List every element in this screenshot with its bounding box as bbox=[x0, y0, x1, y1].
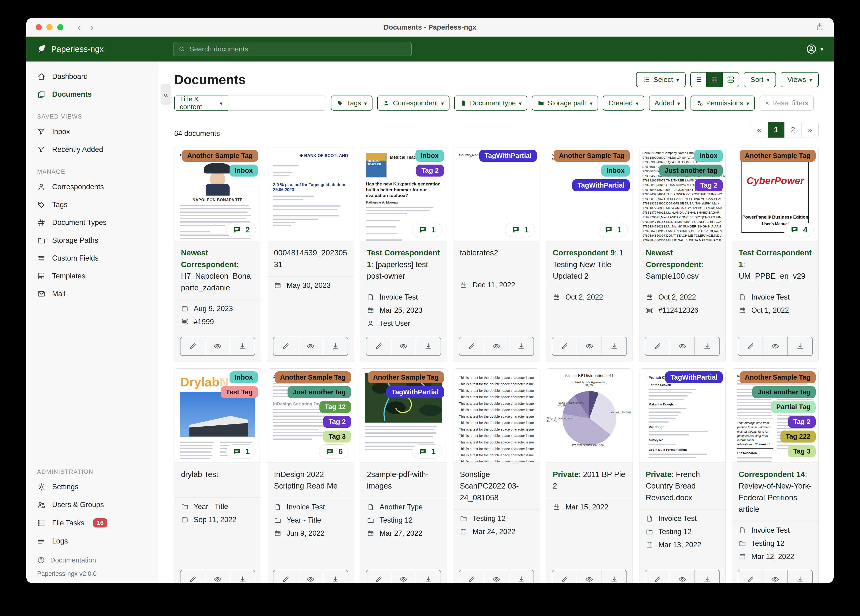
edit-document-button[interactable] bbox=[273, 570, 298, 583]
document-card[interactable]: Serial Number,Company Name,Employe978818… bbox=[639, 147, 726, 362]
tag-pill[interactable]: Tag 2 bbox=[416, 165, 444, 176]
tag-pill[interactable]: TagWithPartial bbox=[386, 386, 444, 398]
sidebar-item-settings[interactable]: Settings bbox=[26, 478, 159, 496]
document-title[interactable]: Newest Correspondent: H7_Napoleon_Bonapa… bbox=[174, 241, 261, 300]
document-card[interactable]: This is a test for the double space char… bbox=[453, 368, 540, 583]
document-card[interactable]: one,1.0five,5.0Another Sample TagInboxTa… bbox=[546, 147, 633, 362]
sidebar-item-correspondents[interactable]: Correspondents bbox=[26, 178, 159, 196]
view-document-button[interactable] bbox=[298, 570, 323, 583]
edit-document-button[interactable] bbox=[738, 337, 763, 355]
tag-pill[interactable]: Just another tag bbox=[752, 386, 816, 398]
document-thumbnail[interactable]: Country,Region/State,"TagWithPartial1 bbox=[453, 147, 540, 241]
filter-storage-path-button[interactable]: Storage path bbox=[532, 96, 598, 111]
tag-pill[interactable]: Tag 12 bbox=[319, 401, 351, 413]
sidebar-item-logs[interactable]: Logs bbox=[26, 532, 159, 550]
document-card[interactable]: MEDICALTEACHERMedical TeacherHas the new… bbox=[360, 147, 447, 362]
sidebar-item-dashboard[interactable]: Dashboard bbox=[26, 68, 159, 85]
document-thumbnail[interactable]: Review of"The average time from petition… bbox=[732, 369, 818, 462]
document-title[interactable]: Test Correspondent 1: [paperless] test p… bbox=[360, 241, 447, 288]
edit-document-button[interactable] bbox=[273, 337, 298, 355]
comment-count-pill[interactable]: 2 bbox=[226, 223, 256, 237]
download-document-button[interactable] bbox=[230, 570, 255, 583]
document-thumbnail[interactable]: ❖ BANK OF SCOTLAND2,0 % p. a. auf Ihr Ta… bbox=[267, 147, 354, 241]
tag-pill[interactable]: Tag 2 bbox=[323, 416, 351, 428]
tag-pill[interactable]: Tag 2 bbox=[788, 416, 816, 428]
download-document-button[interactable] bbox=[509, 570, 534, 583]
download-document-button[interactable] bbox=[602, 337, 626, 355]
tag-pill[interactable]: Test Tag bbox=[221, 386, 258, 398]
select-button[interactable]: Select bbox=[636, 72, 686, 87]
sidebar-item-templates[interactable]: Templates bbox=[26, 267, 159, 285]
tag-pill[interactable]: Just another tag bbox=[659, 165, 723, 176]
comment-count-pill[interactable]: 1 bbox=[226, 445, 256, 459]
document-title[interactable]: 2sample-pdf-with-images bbox=[360, 462, 447, 498]
document-title[interactable]: Private: French Country Bread Revised.do… bbox=[639, 462, 725, 510]
tag-pill[interactable]: Tag 2 bbox=[695, 179, 723, 191]
pagination-page-1[interactable]: 1 bbox=[768, 122, 785, 138]
sidebar-item-tags[interactable]: Tags bbox=[26, 196, 159, 214]
views-button[interactable]: Views bbox=[781, 72, 819, 87]
edit-document-button[interactable] bbox=[552, 570, 577, 583]
document-thumbnail[interactable]: one,1.0five,5.0Another Sample TagInboxTa… bbox=[546, 147, 632, 241]
view-document-button[interactable] bbox=[577, 337, 602, 355]
comment-count-pill[interactable]: 1 bbox=[412, 223, 442, 237]
document-title[interactable]: drylab Test bbox=[174, 462, 261, 498]
document-card[interactable]: DrylabNInboxTest Tag1drylab TestYear - T… bbox=[174, 368, 261, 583]
view-document-button[interactable] bbox=[391, 570, 416, 583]
filter-text-input[interactable] bbox=[228, 96, 326, 111]
view-grid-button[interactable] bbox=[707, 72, 723, 86]
document-title[interactable]: Sonstige ScanPC2022 03-24_081058 bbox=[453, 462, 540, 510]
document-card[interactable]: Patient BP Distribution 2011Isolated Sys… bbox=[546, 368, 633, 583]
document-title[interactable]: 0004814539_20230531 bbox=[267, 241, 354, 277]
document-title[interactable]: Private: 2011 BP Pie 2 bbox=[546, 462, 632, 498]
document-thumbnail[interactable]: This is a test for the double space char… bbox=[453, 369, 540, 462]
download-document-button[interactable] bbox=[695, 570, 719, 583]
edit-document-button[interactable] bbox=[645, 570, 670, 583]
tag-pill[interactable]: Inbox bbox=[229, 371, 258, 383]
tag-pill[interactable]: TagWithPartial bbox=[665, 371, 723, 383]
pagination-next-button[interactable]: » bbox=[802, 122, 818, 138]
filter-document-type-button[interactable]: Document type bbox=[454, 96, 527, 111]
view-document-button[interactable] bbox=[206, 570, 230, 583]
edit-document-button[interactable] bbox=[552, 337, 577, 355]
filter-created-button[interactable]: Created bbox=[603, 96, 644, 111]
download-document-button[interactable] bbox=[230, 337, 255, 355]
document-thumbnail[interactable]: Another Sample TagTagWithPartial1 bbox=[360, 369, 447, 462]
download-document-button[interactable] bbox=[509, 337, 534, 355]
sidebar-item-document-types[interactable]: Document Types bbox=[26, 214, 159, 231]
document-card[interactable]: Francja pod rNAPOLEON BONAPARTEAnother S… bbox=[174, 147, 261, 362]
sidebar-item-file-tasks[interactable]: File Tasks16 bbox=[26, 514, 159, 532]
tag-pill[interactable]: Another Sample Tag bbox=[554, 150, 630, 162]
document-thumbnail[interactable]: Francja pod rNAPOLEON BONAPARTEAnother S… bbox=[174, 147, 261, 241]
tag-pill[interactable]: TagWithPartial bbox=[479, 150, 537, 162]
view-document-button[interactable] bbox=[298, 337, 323, 355]
sidebar-item-documentation[interactable]: Documentation bbox=[37, 552, 148, 568]
download-document-button[interactable] bbox=[695, 337, 719, 355]
sidebar-item-custom-fields[interactable]: Custom Fields bbox=[26, 249, 159, 267]
tag-pill[interactable]: Tag 3 bbox=[788, 445, 816, 457]
view-document-button[interactable] bbox=[206, 337, 230, 355]
document-title[interactable]: Newest Correspondent: Sample100.csv bbox=[639, 241, 725, 288]
tag-pill[interactable]: Another Sample Tag bbox=[275, 371, 351, 383]
tag-pill[interactable]: Another Sample Tag bbox=[739, 371, 816, 383]
document-title[interactable]: tablerates2 bbox=[453, 241, 540, 276]
view-detail-button[interactable] bbox=[723, 72, 739, 86]
tag-pill[interactable]: Just another tag bbox=[287, 386, 351, 398]
filter-mode-dropdown[interactable]: Title & content bbox=[174, 96, 228, 111]
filter-tags-button[interactable]: Tags bbox=[331, 96, 372, 111]
sidebar-item-storage-paths[interactable]: Storage Paths bbox=[26, 231, 159, 249]
document-title[interactable]: Correspondent 9: 1 Testing New Title Upd… bbox=[546, 241, 632, 288]
tag-pill[interactable]: Tag 222 bbox=[780, 431, 816, 443]
tag-pill[interactable]: Another Sample Tag bbox=[368, 371, 444, 383]
document-card[interactable]: Country,Region/State,"TagWithPartial1tab… bbox=[453, 147, 540, 362]
edit-document-button[interactable] bbox=[180, 570, 206, 583]
edit-document-button[interactable] bbox=[366, 570, 391, 583]
filter-added-button[interactable]: Added bbox=[649, 96, 686, 111]
document-thumbnail[interactable]: AdoInDesign Scripting DocumentationAnoth… bbox=[267, 369, 354, 462]
reset-filters-button[interactable]: ×Reset filters bbox=[760, 96, 814, 111]
document-card[interactable]: Review of"The average time from petition… bbox=[732, 368, 819, 583]
document-thumbnail[interactable]: French Country BreadFor the LeavenMake t… bbox=[639, 369, 725, 462]
document-card[interactable]: Another Sample TagTagWithPartial12sample… bbox=[360, 368, 447, 583]
document-thumbnail[interactable]: Patient BP Distribution 2011Isolated Sys… bbox=[546, 369, 632, 462]
sidebar-item-users-groups[interactable]: Users & Groups bbox=[26, 496, 159, 514]
